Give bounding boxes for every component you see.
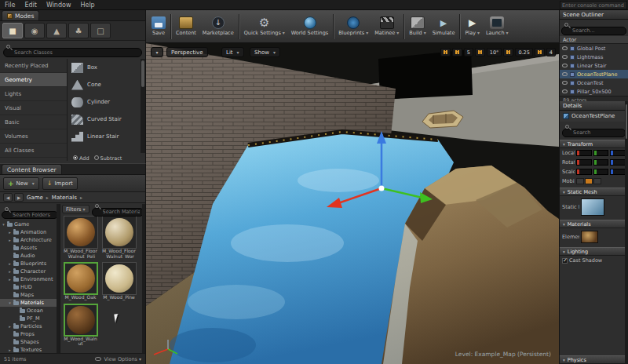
scale-x-field[interactable] xyxy=(576,169,592,175)
visibility-eye-icon[interactable] xyxy=(562,46,568,50)
subtract-radio[interactable]: Subtract xyxy=(94,155,122,162)
tree-item-materials[interactable]: Materials xyxy=(0,299,60,307)
world-settings-button[interactable]: World Settings xyxy=(288,12,331,42)
blueprints-button[interactable]: Blueprints xyxy=(335,12,371,42)
mobility-static-button[interactable] xyxy=(576,178,584,184)
outliner-row-linear-stair[interactable]: Linear Stair xyxy=(560,61,628,70)
asset-m-wood-floor-walnut-worn[interactable]: M_Wood_Floor_Walnut_Wor xyxy=(101,216,137,259)
camera-speed-button[interactable] xyxy=(535,48,545,56)
asset-m-wood-walnut[interactable]: M_Wood_Walnut xyxy=(63,304,98,347)
outliner-row-oceantestplane[interactable]: OceanTestPlane xyxy=(560,70,628,78)
category-geometry[interactable]: Geometry xyxy=(0,73,67,87)
grid-snap-toggle[interactable] xyxy=(452,48,462,56)
grid-snap-value[interactable]: 5 xyxy=(464,48,473,56)
location-x-field[interactable] xyxy=(576,150,592,156)
mobility-stationary-button[interactable] xyxy=(585,178,593,184)
simulate-button[interactable]: Simulate xyxy=(429,12,458,42)
materials-section-header[interactable]: Materials xyxy=(560,220,628,228)
mobility-movable-button[interactable] xyxy=(593,178,601,184)
viewport[interactable]: Perspective Lit Show 5 10° 0.25 4 Level:… xyxy=(146,43,559,364)
tree-item-textures[interactable]: Textures xyxy=(0,346,60,353)
visibility-eye-icon[interactable] xyxy=(562,64,568,67)
tree-item-environment[interactable]: Environment xyxy=(0,275,60,283)
tree-item-maps[interactable]: Maps xyxy=(0,291,60,299)
tree-item-assets[interactable]: Assets xyxy=(0,244,60,252)
scale-snap-toggle[interactable] xyxy=(503,48,513,56)
menu-help[interactable]: Help xyxy=(75,2,99,9)
category-recently-placed[interactable]: Recently Placed xyxy=(0,59,67,73)
location-y-field[interactable] xyxy=(593,150,609,156)
tree-item-hud[interactable]: HUD xyxy=(0,283,60,291)
add-radio[interactable]: Add xyxy=(73,155,89,162)
modes-tab[interactable]: Modes xyxy=(2,10,39,20)
modes-search-input[interactable] xyxy=(3,48,142,57)
physics-section-header[interactable]: Physics xyxy=(560,355,628,364)
transform-section-header[interactable]: Transform xyxy=(560,140,628,148)
new-asset-button[interactable]: New xyxy=(3,177,39,190)
visibility-eye-icon[interactable] xyxy=(562,81,568,85)
console-command-input[interactable] xyxy=(560,1,627,9)
marketplace-button[interactable]: Marketplace xyxy=(199,12,237,42)
details-search-input[interactable] xyxy=(562,129,626,137)
details-header[interactable]: Details xyxy=(560,101,628,111)
gizmo-origin[interactable] xyxy=(379,186,385,191)
cast-shadow-checkbox[interactable] xyxy=(562,258,568,264)
scale-y-field[interactable] xyxy=(593,169,609,175)
visibility-eye-icon[interactable] xyxy=(562,55,568,59)
perspective-button[interactable]: Perspective xyxy=(166,47,208,57)
foliage-mode-button[interactable]: ♣ xyxy=(68,23,89,38)
place-mode-button[interactable]: ■ xyxy=(2,23,23,38)
tree-item-architecture[interactable]: Architecture xyxy=(0,236,60,244)
show-button[interactable]: Show xyxy=(250,47,280,57)
rotation-snap-value[interactable]: 10° xyxy=(487,48,502,56)
tree-item-particles[interactable]: Particles xyxy=(0,322,60,330)
camera-speed-value[interactable]: 4 xyxy=(546,48,556,56)
landscape-mode-button[interactable]: ▲ xyxy=(46,23,67,38)
scale-z-field[interactable] xyxy=(610,169,626,175)
placeable-linear-stair[interactable]: Linear Stair xyxy=(68,128,145,145)
menu-edit[interactable]: Edit xyxy=(20,2,42,9)
rotation-y-field[interactable] xyxy=(593,159,609,166)
asset-m-wood-oak[interactable]: M_Wood_Oak xyxy=(63,262,98,300)
breadcrumb-materials[interactable]: Materials xyxy=(50,195,78,201)
tree-item-blueprints[interactable]: Blueprints xyxy=(0,260,60,268)
outliner-row-oceantest[interactable]: OceanTest xyxy=(560,78,628,87)
tree-item-shapes[interactable]: Shapes xyxy=(0,338,60,346)
placeable-cone[interactable]: Cone xyxy=(68,76,145,93)
location-z-field[interactable] xyxy=(610,150,626,156)
breadcrumb-game[interactable]: Game xyxy=(25,195,45,201)
matinee-button[interactable]: Matinee xyxy=(371,12,402,42)
viewport-options-button[interactable] xyxy=(151,47,163,57)
asset-m-wood-floor-walnut-polished[interactable]: M_Wood_Floor_Walnut_Poli xyxy=(63,216,98,259)
asset-m-wood-pine[interactable]: M_Wood_Pine xyxy=(101,262,137,300)
material-thumbnail[interactable] xyxy=(581,231,598,243)
placeable-cylinder[interactable]: Cylinder xyxy=(68,93,145,111)
details-scrollbar[interactable] xyxy=(625,101,628,364)
static-mesh-thumbnail[interactable] xyxy=(581,198,604,216)
category-volumes[interactable]: Volumes xyxy=(0,129,67,144)
outliner-column-actor[interactable]: Actor xyxy=(560,36,628,44)
asset-scrollbar[interactable] xyxy=(142,204,145,353)
rotation-z-field[interactable] xyxy=(610,159,626,166)
visibility-eye-icon[interactable] xyxy=(562,72,568,76)
content-browser-tab[interactable]: Content Browser xyxy=(2,164,62,174)
tree-item-game[interactable]: Game xyxy=(0,220,60,228)
category-visual[interactable]: Visual xyxy=(0,101,67,115)
menu-file[interactable]: File xyxy=(0,2,20,9)
tree-item-character[interactable]: Character xyxy=(0,268,60,275)
modes-scrollbar[interactable] xyxy=(141,59,145,161)
paint-mode-button[interactable]: ◉ xyxy=(24,23,45,38)
quick-settings-button[interactable]: Quick Settings xyxy=(241,12,288,42)
tree-scrollbar[interactable] xyxy=(57,204,60,353)
outliner-row-lightmass[interactable]: Lightmass xyxy=(560,53,628,61)
launch-button[interactable]: Launch xyxy=(483,12,512,42)
content-button[interactable]: Content xyxy=(173,12,199,42)
rotation-snap-toggle[interactable] xyxy=(475,48,485,56)
tree-item-pf-m[interactable]: PF_M xyxy=(0,315,60,322)
tree-item-animation[interactable]: Animation xyxy=(0,228,60,236)
save-button[interactable]: Save xyxy=(148,12,169,42)
filters-button[interactable]: Filters xyxy=(62,205,89,213)
import-button[interactable]: Import xyxy=(42,177,78,190)
outliner-row-pillar[interactable]: Pillar_50x500 xyxy=(560,87,628,96)
rotation-x-field[interactable] xyxy=(576,159,592,166)
